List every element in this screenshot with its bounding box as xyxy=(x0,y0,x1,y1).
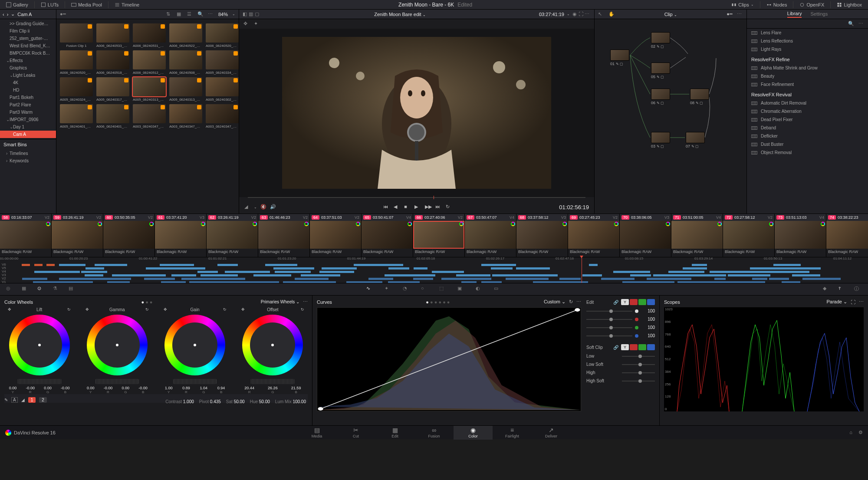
wheels-mode-dropdown[interactable]: Primaries Wheels xyxy=(261,299,295,304)
filmstrip-clip[interactable]: 6503:50:41:07V4Blackmagic RAW xyxy=(362,214,413,257)
filmstrip-clip[interactable]: 6703:50:47:07V4Blackmagic RAW xyxy=(465,214,516,257)
viewer-timecode[interactable]: 03:27:41:19 xyxy=(539,12,564,17)
clip-thumbnail[interactable]: A006_06240512_C… xyxy=(133,50,166,75)
timeline-toggle[interactable]: Timeline xyxy=(112,1,142,8)
filmstrip-clip[interactable]: 5903:26:41:19V2Blackmagic RAW xyxy=(52,214,103,257)
fx-item[interactable]: Deflicker xyxy=(747,132,868,140)
mediapool-toggle[interactable]: Media Pool xyxy=(69,1,105,8)
curve-editor[interactable] xyxy=(317,307,581,411)
nodes-toggle[interactable]: Nodes xyxy=(764,1,790,8)
curves-mode-dropdown[interactable]: Custom xyxy=(544,299,560,304)
tree-item[interactable]: ⌄Light Leaks xyxy=(0,72,56,79)
bypass-icon[interactable]: ◉ xyxy=(572,11,579,17)
more-icon[interactable]: ⋯ xyxy=(858,21,865,27)
list-view-icon[interactable]: ☰ xyxy=(187,11,193,17)
node-mode-dropdown[interactable]: Clip xyxy=(664,12,673,17)
clip-thumbnail[interactable]: A006_06240518_C… xyxy=(96,50,129,75)
key-icon[interactable]: ▭ xyxy=(494,286,502,293)
filmstrip-clip[interactable]: 5803:16:33:07V2Blackmagic RAW xyxy=(0,214,52,257)
more-icon[interactable]: ⋯ xyxy=(585,11,591,17)
picker-icon[interactable]: ✥ xyxy=(85,307,89,312)
tree-item[interactable]: BMPCC6K Rock B… xyxy=(0,49,56,57)
clip-thumbnail[interactable]: A005_06240334_C… xyxy=(206,50,239,75)
settings-icon[interactable]: ⚙ xyxy=(858,430,863,435)
color-wheel[interactable] xyxy=(164,315,225,375)
intensity-slider[interactable] xyxy=(586,335,632,336)
color-wheels-icon[interactable]: ⊙ xyxy=(37,286,45,293)
page-2[interactable]: 2 xyxy=(39,397,47,403)
clip-thumbnail[interactable]: A005_06240302_C… xyxy=(206,77,239,102)
clip-thumbnail[interactable]: A006_06240401_C… xyxy=(96,104,129,128)
clip-thumbnail[interactable]: A006_06240520_C… xyxy=(60,50,93,75)
openfx-toggle[interactable]: OpenFX xyxy=(797,1,827,8)
intensity-slider[interactable] xyxy=(586,311,632,312)
intensity-slider[interactable] xyxy=(586,327,632,328)
pick-white-icon[interactable]: A xyxy=(11,397,18,403)
page-fusion[interactable]: ∞Fusion xyxy=(414,426,454,440)
page-cut[interactable]: ✂Cut xyxy=(336,426,375,440)
reset-icon[interactable]: ↻ xyxy=(223,307,227,312)
page-media[interactable]: ▤Media xyxy=(297,426,336,440)
lightbox-toggle[interactable]: Lightbox xyxy=(834,1,865,8)
mini-timeline[interactable]: 01:00:00:0001:00:20:2301:00:41:2201:01:0… xyxy=(0,257,868,283)
last-frame-button[interactable]: ⏭ xyxy=(435,204,441,210)
search-icon[interactable]: 🔍 xyxy=(848,21,854,27)
search-icon[interactable]: 🔍 xyxy=(197,11,204,17)
softclip-slider[interactable] xyxy=(622,381,655,381)
clip-thumbnail[interactable]: Fusion Clip 1 xyxy=(60,23,93,48)
grid-view-icon[interactable]: ▦ xyxy=(177,11,183,17)
first-frame-button[interactable]: ⏮ xyxy=(383,204,389,210)
node-01[interactable] xyxy=(610,49,629,61)
tree-item[interactable]: Cam A xyxy=(0,131,56,138)
node-canvas[interactable]: 01 ✎ ▢02 ✎ ▢05 ✎ ▢06 ✎ ▢08 ✎ ▢03 ✎ ▢07 ✎… xyxy=(595,19,746,214)
pointer-icon[interactable]: ↖ xyxy=(598,11,604,17)
clip-thumbnail[interactable]: A006_06240520_C… xyxy=(206,23,239,48)
filmstrip-clip[interactable]: 6003:50:35:05V2Blackmagic RAW xyxy=(103,214,155,257)
intensity-slider[interactable] xyxy=(586,319,632,320)
intensity-value[interactable]: 100 xyxy=(641,309,655,313)
intensity-value[interactable]: 100 xyxy=(641,325,655,330)
softclip-slider[interactable] xyxy=(622,372,655,373)
home-icon[interactable]: ⌂ xyxy=(849,430,852,435)
link-icon[interactable]: 🔗 xyxy=(613,345,618,350)
master-wheel[interactable] xyxy=(95,379,139,384)
page-fairlight[interactable]: ≡Fairlight xyxy=(493,426,532,440)
tree-item[interactable]: Part3 Warm xyxy=(0,108,56,116)
fwd-icon[interactable]: › xyxy=(7,12,9,17)
tree-item[interactable]: HD xyxy=(0,86,56,94)
hierarchy-icon[interactable]: ⌄ xyxy=(11,11,15,17)
mute-icon[interactable]: 🔊 xyxy=(270,204,276,210)
tree-item[interactable]: Part2 Flare xyxy=(0,101,56,108)
picker-icon[interactable]: ✥ xyxy=(241,307,245,312)
filmstrip-clip[interactable]: 7303:51:13:03V4Blackmagic RAW xyxy=(775,214,826,257)
filmstrip-clip[interactable]: 7003:38:06:05V3Blackmagic RAW xyxy=(620,214,671,257)
fx-item[interactable]: Face Refinement xyxy=(747,80,868,89)
next-frame-button[interactable]: ▶▶ xyxy=(425,204,431,210)
page-color[interactable]: ◉Color xyxy=(454,426,493,440)
clip-thumbnail[interactable]: A006_06240531_C… xyxy=(133,23,166,48)
fx-item[interactable]: Alpha Matte Shrink and Grow xyxy=(747,64,868,72)
luts-toggle[interactable]: LUTs xyxy=(38,1,61,8)
page-edit[interactable]: ▦Edit xyxy=(375,426,414,440)
more-icon[interactable]: ⋯ xyxy=(208,11,214,17)
library-tab[interactable]: Library xyxy=(787,11,802,18)
filmstrip-clip[interactable]: 6301:46:46:23V2Blackmagic RAW xyxy=(258,214,310,257)
slider-icon[interactable]: ●━ xyxy=(60,11,66,17)
node-06[interactable] xyxy=(651,89,670,100)
color-wheel[interactable] xyxy=(9,315,70,375)
master-wheel[interactable] xyxy=(18,379,61,384)
more-icon[interactable]: ⋯ xyxy=(576,299,581,305)
chan-r[interactable] xyxy=(630,299,638,305)
fx-item[interactable]: Light Rays xyxy=(747,45,868,53)
filmstrip-clip[interactable]: 7203:27:58:12V2Blackmagic RAW xyxy=(723,214,775,257)
tree-item[interactable]: Graphics xyxy=(0,64,56,72)
intensity-value[interactable]: 100 xyxy=(641,333,655,338)
window-icon[interactable]: ○ xyxy=(421,286,429,293)
picker-icon[interactable]: ◢ xyxy=(244,204,250,210)
smart-bin-item[interactable]: ›Timelines xyxy=(0,150,56,157)
reset-icon[interactable]: ↻ xyxy=(569,299,573,305)
more-icon[interactable]: ⋯ xyxy=(303,299,308,305)
adjust-lum mix[interactable]: Lum Mix 100.00 xyxy=(275,399,306,404)
softclip-slider[interactable] xyxy=(622,356,655,357)
node-07[interactable] xyxy=(686,132,705,143)
